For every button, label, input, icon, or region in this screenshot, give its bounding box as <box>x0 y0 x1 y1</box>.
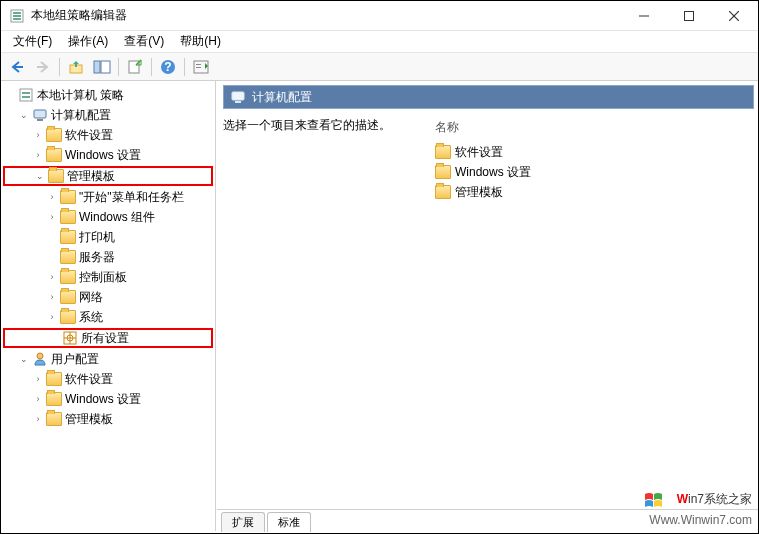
tree-printers[interactable]: 打印机 <box>3 227 213 247</box>
svg-rect-18 <box>196 67 201 68</box>
chevron-right-icon[interactable]: › <box>45 290 59 304</box>
chevron-right-icon[interactable]: › <box>31 392 45 406</box>
svg-rect-2 <box>13 15 21 17</box>
tree-label: 本地计算机 策略 <box>37 87 124 104</box>
chevron-right-icon[interactable]: › <box>45 270 59 284</box>
tree-label: 打印机 <box>79 229 115 246</box>
list-item[interactable]: Windows 设置 <box>435 162 752 182</box>
tree-label: 网络 <box>79 289 103 306</box>
menu-view[interactable]: 查看(V) <box>116 31 172 52</box>
svg-point-28 <box>37 353 43 359</box>
folder-icon <box>60 189 76 205</box>
tree-start-taskbar[interactable]: › "开始"菜单和任务栏 <box>3 187 213 207</box>
maximize-button[interactable] <box>666 2 711 30</box>
chevron-right-icon[interactable]: › <box>31 148 45 162</box>
tab-extended[interactable]: 扩展 <box>221 512 265 532</box>
tree-label: 控制面板 <box>79 269 127 286</box>
svg-rect-20 <box>22 92 30 94</box>
close-button[interactable] <box>711 2 756 30</box>
svg-rect-29 <box>232 92 244 100</box>
folder-icon <box>60 309 76 325</box>
tree-user-admin-templates[interactable]: › 管理模板 <box>3 409 213 429</box>
svg-rect-30 <box>235 101 241 103</box>
help-button[interactable]: ? <box>156 56 180 78</box>
watermark: Win7系统之家 Www.Winwin7.com <box>643 488 752 529</box>
tree-panel[interactable]: 本地计算机 策略 ⌄ 计算机配置 › 软件设置 › Windows 设置 ⌄ 管… <box>1 81 216 531</box>
chevron-right-icon[interactable]: › <box>45 190 59 204</box>
folder-icon <box>48 168 64 184</box>
minimize-button[interactable] <box>621 2 666 30</box>
expander-icon[interactable] <box>45 250 59 264</box>
watermark-text: in7系统之家 <box>688 493 752 507</box>
folder-icon <box>46 411 62 427</box>
computer-icon <box>32 107 48 123</box>
svg-rect-17 <box>196 64 201 65</box>
folder-icon <box>46 391 62 407</box>
computer-icon <box>230 89 246 105</box>
up-button[interactable] <box>64 56 88 78</box>
nav-forward-button[interactable] <box>31 56 55 78</box>
show-hide-tree-button[interactable] <box>90 56 114 78</box>
tree-user-software-settings[interactable]: › 软件设置 <box>3 369 213 389</box>
toolbar-separator <box>151 58 152 76</box>
watermark-url: Www.Winwin7.com <box>649 513 752 527</box>
tree-computer-config[interactable]: ⌄ 计算机配置 <box>3 105 213 125</box>
folder-icon <box>60 289 76 305</box>
expander-icon[interactable] <box>47 331 61 345</box>
expander-icon[interactable] <box>45 230 59 244</box>
tree-server[interactable]: 服务器 <box>3 247 213 267</box>
svg-rect-21 <box>22 96 30 98</box>
tree-label: 软件设置 <box>65 127 113 144</box>
tree-software-settings[interactable]: › 软件设置 <box>3 125 213 145</box>
tree-user-windows-settings[interactable]: › Windows 设置 <box>3 389 213 409</box>
svg-rect-12 <box>101 61 110 73</box>
folder-icon <box>46 127 62 143</box>
export-button[interactable] <box>123 56 147 78</box>
menu-help[interactable]: 帮助(H) <box>172 31 229 52</box>
tree-label: Windows 设置 <box>65 391 141 408</box>
user-icon <box>32 351 48 367</box>
watermark-prefix: W <box>677 493 688 507</box>
expander-icon[interactable] <box>3 88 17 102</box>
chevron-down-icon[interactable]: ⌄ <box>33 169 47 183</box>
tree-network[interactable]: › 网络 <box>3 287 213 307</box>
tree-user-config[interactable]: ⌄ 用户配置 <box>3 349 213 369</box>
nav-back-button[interactable] <box>5 56 29 78</box>
menu-action[interactable]: 操作(A) <box>60 31 116 52</box>
tree-label: Windows 组件 <box>79 209 155 226</box>
tree-windows-settings[interactable]: › Windows 设置 <box>3 145 213 165</box>
description-text: 选择一个项目来查看它的描述。 <box>223 117 423 134</box>
tree-control-panel[interactable]: › 控制面板 <box>3 267 213 287</box>
folder-icon <box>60 229 76 245</box>
folder-icon <box>435 165 451 179</box>
chevron-right-icon[interactable]: › <box>31 372 45 386</box>
chevron-down-icon[interactable]: ⌄ <box>17 352 31 366</box>
chevron-right-icon[interactable]: › <box>45 310 59 324</box>
list-item[interactable]: 管理模板 <box>435 182 752 202</box>
tree-system[interactable]: › 系统 <box>3 307 213 327</box>
list-item-label: 管理模板 <box>455 184 503 201</box>
tree-root[interactable]: 本地计算机 策略 <box>3 85 213 105</box>
svg-rect-11 <box>94 61 100 73</box>
chevron-down-icon[interactable]: ⌄ <box>17 108 31 122</box>
list-item[interactable]: 软件设置 <box>435 142 752 162</box>
tree-windows-components[interactable]: › Windows 组件 <box>3 207 213 227</box>
tree-admin-templates[interactable]: ⌄ 管理模板 <box>3 166 213 186</box>
folder-icon <box>435 185 451 199</box>
settings-icon <box>62 330 78 346</box>
tree-label: 管理模板 <box>65 411 113 428</box>
filter-button[interactable] <box>189 56 213 78</box>
tree-label: 计算机配置 <box>51 107 111 124</box>
tab-standard[interactable]: 标准 <box>267 512 311 532</box>
folder-icon <box>60 209 76 225</box>
name-column-header[interactable]: 名称 <box>435 117 752 138</box>
tree-label: 管理模板 <box>67 168 115 185</box>
tree-all-settings[interactable]: 所有设置 <box>3 328 213 348</box>
chevron-right-icon[interactable]: › <box>45 210 59 224</box>
chevron-right-icon[interactable]: › <box>31 128 45 142</box>
folder-icon <box>46 147 62 163</box>
tree-label: 所有设置 <box>81 330 129 347</box>
chevron-right-icon[interactable]: › <box>31 412 45 426</box>
tree-label: "开始"菜单和任务栏 <box>79 189 184 206</box>
menu-file[interactable]: 文件(F) <box>5 31 60 52</box>
